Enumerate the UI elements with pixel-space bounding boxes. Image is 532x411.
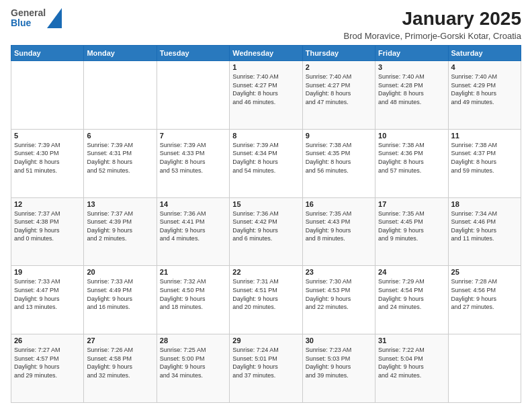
day-cell: 6Sunrise: 7:39 AM Sunset: 4:31 PM Daylig… [84,129,157,197]
col-sunday: Sunday [11,46,84,61]
day-info: Sunrise: 7:25 AM Sunset: 5:00 PM Dayligh… [160,346,226,379]
day-cell: 16Sunrise: 7:35 AM Sunset: 4:43 PM Dayli… [302,197,375,266]
day-cell: 5Sunrise: 7:39 AM Sunset: 4:30 PM Daylig… [11,129,84,197]
day-info: Sunrise: 7:39 AM Sunset: 4:30 PM Dayligh… [14,141,81,175]
day-cell: 25Sunrise: 7:28 AM Sunset: 4:56 PM Dayli… [448,266,521,334]
day-number: 8 [232,132,299,140]
day-number: 27 [87,336,153,345]
day-info: Sunrise: 7:37 AM Sunset: 4:39 PM Dayligh… [87,210,153,243]
day-number: 19 [14,268,81,276]
day-info: Sunrise: 7:35 AM Sunset: 4:43 PM Dayligh… [306,210,372,243]
week-row-2: 5Sunrise: 7:39 AM Sunset: 4:30 PM Daylig… [11,129,521,197]
day-cell: 17Sunrise: 7:35 AM Sunset: 4:45 PM Dayli… [375,197,448,266]
week-row-4: 19Sunrise: 7:33 AM Sunset: 4:47 PM Dayli… [11,266,521,334]
day-number: 13 [87,200,153,208]
col-thursday: Thursday [302,46,375,61]
day-cell: 28Sunrise: 7:25 AM Sunset: 5:00 PM Dayli… [157,334,229,403]
day-cell: 31Sunrise: 7:22 AM Sunset: 5:04 PM Dayli… [375,334,448,403]
day-cell: 3Sunrise: 7:40 AM Sunset: 4:28 PM Daylig… [375,61,448,130]
day-cell [84,61,157,130]
day-number: 14 [160,200,226,208]
day-number: 22 [232,268,299,276]
day-info: Sunrise: 7:38 AM Sunset: 4:36 PM Dayligh… [378,141,445,175]
day-info: Sunrise: 7:40 AM Sunset: 4:28 PM Dayligh… [378,73,445,106]
day-number: 11 [451,132,518,140]
logo: General Blue [11,8,62,29]
day-cell: 9Sunrise: 7:38 AM Sunset: 4:35 PM Daylig… [302,129,375,197]
day-info: Sunrise: 7:23 AM Sunset: 5:03 PM Dayligh… [306,346,372,379]
main-title: January 2025 [344,8,521,30]
day-cell [11,61,84,130]
day-cell: 13Sunrise: 7:37 AM Sunset: 4:39 PM Dayli… [84,197,157,266]
logo-general: General [11,8,46,18]
title-section: January 2025 Brod Moravice, Primorje-Gor… [344,8,521,41]
day-number: 26 [14,336,81,345]
day-number: 17 [378,200,445,208]
day-number: 6 [87,132,153,140]
day-number: 31 [378,336,445,345]
day-info: Sunrise: 7:38 AM Sunset: 4:37 PM Dayligh… [451,141,518,175]
day-info: Sunrise: 7:38 AM Sunset: 4:35 PM Dayligh… [306,141,372,175]
day-number: 10 [378,132,445,140]
day-info: Sunrise: 7:40 AM Sunset: 4:29 PM Dayligh… [451,73,518,106]
day-cell: 19Sunrise: 7:33 AM Sunset: 4:47 PM Dayli… [11,266,84,334]
col-tuesday: Tuesday [157,46,229,61]
day-number: 28 [160,336,226,345]
week-row-3: 12Sunrise: 7:37 AM Sunset: 4:38 PM Dayli… [11,197,521,266]
day-cell: 2Sunrise: 7:40 AM Sunset: 4:27 PM Daylig… [302,61,375,130]
day-number: 2 [306,63,372,71]
day-info: Sunrise: 7:27 AM Sunset: 4:57 PM Dayligh… [14,346,81,379]
day-cell: 8Sunrise: 7:39 AM Sunset: 4:34 PM Daylig… [230,129,302,197]
day-info: Sunrise: 7:35 AM Sunset: 4:45 PM Dayligh… [378,210,445,243]
day-info: Sunrise: 7:36 AM Sunset: 4:42 PM Dayligh… [232,210,299,243]
day-info: Sunrise: 7:26 AM Sunset: 4:58 PM Dayligh… [87,346,153,379]
day-cell: 27Sunrise: 7:26 AM Sunset: 4:58 PM Dayli… [84,334,157,403]
svg-marker-0 [47,8,62,28]
day-cell: 29Sunrise: 7:24 AM Sunset: 5:01 PM Dayli… [230,334,302,403]
day-info: Sunrise: 7:31 AM Sunset: 4:51 PM Dayligh… [232,277,299,311]
subtitle: Brod Moravice, Primorje-Gorski Kotar, Cr… [344,31,521,41]
day-cell: 12Sunrise: 7:37 AM Sunset: 4:38 PM Dayli… [11,197,84,266]
day-info: Sunrise: 7:39 AM Sunset: 4:33 PM Dayligh… [160,141,226,175]
day-info: Sunrise: 7:37 AM Sunset: 4:38 PM Dayligh… [14,210,81,243]
day-number: 24 [378,268,445,276]
col-friday: Friday [375,46,448,61]
day-number: 9 [306,132,372,140]
day-cell [448,334,521,403]
day-cell: 22Sunrise: 7:31 AM Sunset: 4:51 PM Dayli… [230,266,302,334]
week-row-1: 1Sunrise: 7:40 AM Sunset: 4:27 PM Daylig… [11,61,521,130]
day-number: 7 [160,132,226,140]
day-info: Sunrise: 7:29 AM Sunset: 4:54 PM Dayligh… [378,277,445,311]
day-info: Sunrise: 7:40 AM Sunset: 4:27 PM Dayligh… [306,73,372,106]
day-info: Sunrise: 7:30 AM Sunset: 4:53 PM Dayligh… [306,277,372,311]
day-info: Sunrise: 7:32 AM Sunset: 4:50 PM Dayligh… [160,277,226,311]
day-cell: 11Sunrise: 7:38 AM Sunset: 4:37 PM Dayli… [448,129,521,197]
day-cell: 10Sunrise: 7:38 AM Sunset: 4:36 PM Dayli… [375,129,448,197]
day-cell: 26Sunrise: 7:27 AM Sunset: 4:57 PM Dayli… [11,334,84,403]
day-info: Sunrise: 7:28 AM Sunset: 4:56 PM Dayligh… [451,277,518,311]
col-monday: Monday [84,46,157,61]
day-info: Sunrise: 7:33 AM Sunset: 4:47 PM Dayligh… [14,277,81,311]
day-cell: 4Sunrise: 7:40 AM Sunset: 4:29 PM Daylig… [448,61,521,130]
day-info: Sunrise: 7:33 AM Sunset: 4:49 PM Dayligh… [87,277,153,311]
day-number: 23 [306,268,372,276]
day-info: Sunrise: 7:40 AM Sunset: 4:27 PM Dayligh… [232,73,299,106]
header: General Blue January 2025 Brod Moravice,… [11,8,521,41]
day-number: 1 [232,63,299,71]
day-info: Sunrise: 7:39 AM Sunset: 4:34 PM Dayligh… [232,141,299,175]
day-cell: 23Sunrise: 7:30 AM Sunset: 4:53 PM Dayli… [302,266,375,334]
day-number: 3 [378,63,445,71]
day-info: Sunrise: 7:39 AM Sunset: 4:31 PM Dayligh… [87,141,153,175]
day-number: 20 [87,268,153,276]
header-row: Sunday Monday Tuesday Wednesday Thursday… [11,46,521,61]
day-number: 12 [14,200,81,208]
day-cell: 21Sunrise: 7:32 AM Sunset: 4:50 PM Dayli… [157,266,229,334]
day-cell: 7Sunrise: 7:39 AM Sunset: 4:33 PM Daylig… [157,129,229,197]
day-cell: 30Sunrise: 7:23 AM Sunset: 5:03 PM Dayli… [302,334,375,403]
day-cell: 20Sunrise: 7:33 AM Sunset: 4:49 PM Dayli… [84,266,157,334]
day-cell: 15Sunrise: 7:36 AM Sunset: 4:42 PM Dayli… [230,197,302,266]
day-number: 16 [306,200,372,208]
day-info: Sunrise: 7:34 AM Sunset: 4:46 PM Dayligh… [451,210,518,243]
day-number: 25 [451,268,518,276]
logo-icon [47,8,62,28]
